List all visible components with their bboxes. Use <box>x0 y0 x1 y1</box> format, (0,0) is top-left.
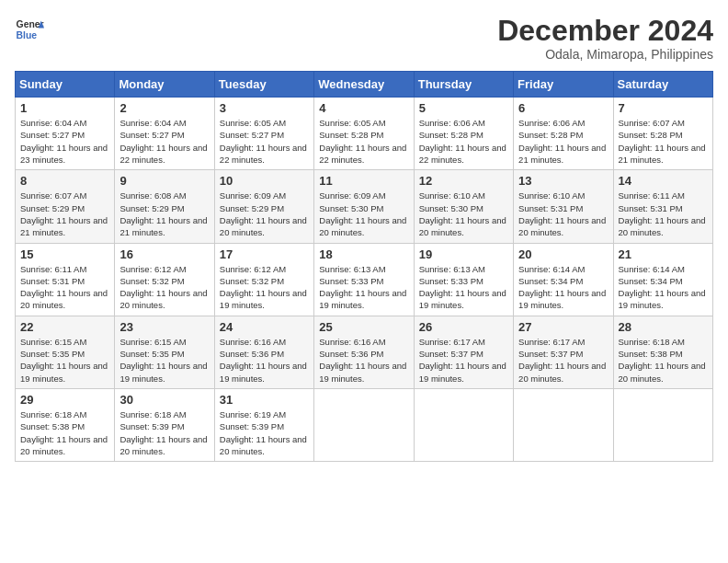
day-number: 25 <box>319 320 408 334</box>
day-number: 15 <box>20 247 109 261</box>
day-number: 26 <box>419 320 508 334</box>
calendar-table: Sunday Monday Tuesday Wednesday Thursday… <box>15 71 713 462</box>
day-info: Sunrise: 6:15 AM Sunset: 5:35 PM Dayligh… <box>20 336 109 385</box>
day-info: Sunrise: 6:11 AM Sunset: 5:31 PM Dayligh… <box>619 190 708 238</box>
day-number: 22 <box>20 320 109 334</box>
table-row <box>314 388 414 461</box>
calendar-week-row: 22 Sunrise: 6:15 AM Sunset: 5:35 PM Dayl… <box>16 316 713 388</box>
day-info: Sunrise: 6:06 AM Sunset: 5:28 PM Dayligh… <box>419 117 508 166</box>
day-number: 30 <box>119 393 209 407</box>
day-number: 11 <box>319 174 408 188</box>
day-info: Sunrise: 6:16 AM Sunset: 5:36 PM Dayligh… <box>319 336 408 385</box>
day-number: 18 <box>319 247 408 261</box>
day-info: Sunrise: 6:05 AM Sunset: 5:28 PM Dayligh… <box>319 117 408 166</box>
calendar-week-row: 8 Sunrise: 6:07 AM Sunset: 5:29 PM Dayli… <box>16 170 713 243</box>
day-number: 29 <box>20 393 109 407</box>
day-info: Sunrise: 6:13 AM Sunset: 5:33 PM Dayligh… <box>419 263 508 312</box>
table-row: 15 Sunrise: 6:11 AM Sunset: 5:31 PM Dayl… <box>16 243 115 316</box>
day-number: 28 <box>619 320 708 334</box>
day-info: Sunrise: 6:09 AM Sunset: 5:30 PM Dayligh… <box>319 190 408 238</box>
title-area: December 2024 Odala, Mimaropa, Philippin… <box>497 15 713 62</box>
day-number: 24 <box>220 320 309 334</box>
table-row: 29 Sunrise: 6:18 AM Sunset: 5:38 PM Dayl… <box>16 388 115 461</box>
calendar-week-row: 29 Sunrise: 6:18 AM Sunset: 5:38 PM Dayl… <box>16 388 713 461</box>
day-number: 9 <box>119 174 209 188</box>
day-info: Sunrise: 6:11 AM Sunset: 5:31 PM Dayligh… <box>20 263 109 312</box>
calendar-week-row: 1 Sunrise: 6:04 AM Sunset: 5:27 PM Dayli… <box>16 98 713 170</box>
month-title: December 2024 <box>497 15 713 47</box>
svg-text:Blue: Blue <box>17 30 38 40</box>
table-row: 28 Sunrise: 6:18 AM Sunset: 5:38 PM Dayl… <box>613 316 712 388</box>
day-info: Sunrise: 6:18 AM Sunset: 5:39 PM Dayligh… <box>119 408 209 457</box>
table-row: 9 Sunrise: 6:08 AM Sunset: 5:29 PM Dayli… <box>115 170 214 243</box>
day-number: 10 <box>220 174 309 188</box>
day-info: Sunrise: 6:19 AM Sunset: 5:39 PM Dayligh… <box>220 408 309 457</box>
day-info: Sunrise: 6:08 AM Sunset: 5:29 PM Dayligh… <box>119 190 209 238</box>
table-row: 10 Sunrise: 6:09 AM Sunset: 5:29 PM Dayl… <box>214 170 313 243</box>
table-row: 17 Sunrise: 6:12 AM Sunset: 5:32 PM Dayl… <box>214 243 313 316</box>
col-friday: Friday <box>514 72 613 98</box>
day-info: Sunrise: 6:04 AM Sunset: 5:27 PM Dayligh… <box>119 117 209 166</box>
day-number: 16 <box>119 247 209 261</box>
table-row: 20 Sunrise: 6:14 AM Sunset: 5:34 PM Dayl… <box>514 243 613 316</box>
day-info: Sunrise: 6:18 AM Sunset: 5:38 PM Dayligh… <box>20 408 109 457</box>
table-row: 31 Sunrise: 6:19 AM Sunset: 5:39 PM Dayl… <box>214 388 313 461</box>
day-info: Sunrise: 6:14 AM Sunset: 5:34 PM Dayligh… <box>619 263 708 312</box>
table-row: 7 Sunrise: 6:07 AM Sunset: 5:28 PM Dayli… <box>613 98 712 170</box>
table-row <box>514 388 613 461</box>
col-wednesday: Wednesday <box>314 72 414 98</box>
table-row: 1 Sunrise: 6:04 AM Sunset: 5:27 PM Dayli… <box>16 98 115 170</box>
table-row: 23 Sunrise: 6:15 AM Sunset: 5:35 PM Dayl… <box>115 316 214 388</box>
day-number: 5 <box>419 101 508 115</box>
table-row: 4 Sunrise: 6:05 AM Sunset: 5:28 PM Dayli… <box>314 98 414 170</box>
day-number: 17 <box>220 247 309 261</box>
day-info: Sunrise: 6:17 AM Sunset: 5:37 PM Dayligh… <box>419 336 508 385</box>
day-info: Sunrise: 6:14 AM Sunset: 5:34 PM Dayligh… <box>518 263 608 312</box>
table-row: 18 Sunrise: 6:13 AM Sunset: 5:33 PM Dayl… <box>314 243 414 316</box>
col-thursday: Thursday <box>414 72 513 98</box>
day-number: 6 <box>518 101 608 115</box>
calendar-week-row: 15 Sunrise: 6:11 AM Sunset: 5:31 PM Dayl… <box>16 243 713 316</box>
day-info: Sunrise: 6:07 AM Sunset: 5:28 PM Dayligh… <box>619 117 708 166</box>
table-row: 11 Sunrise: 6:09 AM Sunset: 5:30 PM Dayl… <box>314 170 414 243</box>
table-row: 16 Sunrise: 6:12 AM Sunset: 5:32 PM Dayl… <box>115 243 214 316</box>
day-info: Sunrise: 6:07 AM Sunset: 5:29 PM Dayligh… <box>20 190 109 238</box>
calendar-header-row: Sunday Monday Tuesday Wednesday Thursday… <box>16 72 713 98</box>
day-info: Sunrise: 6:06 AM Sunset: 5:28 PM Dayligh… <box>518 117 608 166</box>
day-number: 7 <box>619 101 708 115</box>
table-row: 21 Sunrise: 6:14 AM Sunset: 5:34 PM Dayl… <box>613 243 712 316</box>
day-info: Sunrise: 6:18 AM Sunset: 5:38 PM Dayligh… <box>619 336 708 385</box>
table-row: 2 Sunrise: 6:04 AM Sunset: 5:27 PM Dayli… <box>115 98 214 170</box>
location: Odala, Mimaropa, Philippines <box>497 47 713 62</box>
table-row: 24 Sunrise: 6:16 AM Sunset: 5:36 PM Dayl… <box>214 316 313 388</box>
table-row: 14 Sunrise: 6:11 AM Sunset: 5:31 PM Dayl… <box>613 170 712 243</box>
table-row: 19 Sunrise: 6:13 AM Sunset: 5:33 PM Dayl… <box>414 243 513 316</box>
day-number: 23 <box>119 320 209 334</box>
day-info: Sunrise: 6:16 AM Sunset: 5:36 PM Dayligh… <box>220 336 309 385</box>
day-number: 2 <box>119 101 209 115</box>
day-number: 19 <box>419 247 508 261</box>
day-info: Sunrise: 6:12 AM Sunset: 5:32 PM Dayligh… <box>119 263 209 312</box>
table-row: 5 Sunrise: 6:06 AM Sunset: 5:28 PM Dayli… <box>414 98 513 170</box>
table-row: 13 Sunrise: 6:10 AM Sunset: 5:31 PM Dayl… <box>514 170 613 243</box>
table-row: 25 Sunrise: 6:16 AM Sunset: 5:36 PM Dayl… <box>314 316 414 388</box>
day-info: Sunrise: 6:12 AM Sunset: 5:32 PM Dayligh… <box>220 263 309 312</box>
day-number: 21 <box>619 247 708 261</box>
day-number: 1 <box>20 101 109 115</box>
day-info: Sunrise: 6:05 AM Sunset: 5:27 PM Dayligh… <box>220 117 309 166</box>
table-row: 8 Sunrise: 6:07 AM Sunset: 5:29 PM Dayli… <box>16 170 115 243</box>
day-number: 13 <box>518 174 608 188</box>
day-info: Sunrise: 6:13 AM Sunset: 5:33 PM Dayligh… <box>319 263 408 312</box>
col-tuesday: Tuesday <box>214 72 313 98</box>
day-info: Sunrise: 6:10 AM Sunset: 5:31 PM Dayligh… <box>518 190 608 238</box>
table-row: 3 Sunrise: 6:05 AM Sunset: 5:27 PM Dayli… <box>214 98 313 170</box>
col-monday: Monday <box>115 72 214 98</box>
day-info: Sunrise: 6:15 AM Sunset: 5:35 PM Dayligh… <box>119 336 209 385</box>
day-number: 27 <box>518 320 608 334</box>
table-row: 12 Sunrise: 6:10 AM Sunset: 5:30 PM Dayl… <box>414 170 513 243</box>
day-number: 12 <box>419 174 508 188</box>
table-row <box>613 388 712 461</box>
page-header: General Blue December 2024 Odala, Mimaro… <box>15 15 713 62</box>
day-number: 4 <box>319 101 408 115</box>
table-row: 22 Sunrise: 6:15 AM Sunset: 5:35 PM Dayl… <box>16 316 115 388</box>
